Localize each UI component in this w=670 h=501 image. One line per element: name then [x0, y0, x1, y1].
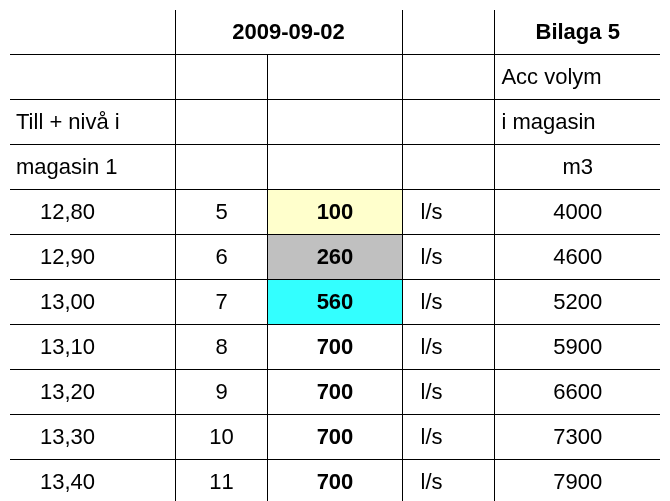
- cell: [175, 145, 268, 190]
- data-table: 2009-09-02 Bilaga 5 Acc volym Till + niv…: [10, 10, 660, 501]
- acc-volym-cell: 7300: [495, 415, 660, 460]
- header-row: 2009-09-02 Bilaga 5: [10, 10, 660, 55]
- unit-cell: l/s: [402, 415, 495, 460]
- level-cell: 13,00: [10, 280, 175, 325]
- subheader-row-2: Till + nivå i i magasin: [10, 100, 660, 145]
- index-cell: 7: [175, 280, 268, 325]
- unit-cell: l/s: [402, 325, 495, 370]
- level-cell: 13,40: [10, 460, 175, 502]
- level-cell: 13,20: [10, 370, 175, 415]
- flow-cell: 260: [268, 235, 402, 280]
- flow-cell: 700: [268, 415, 402, 460]
- unit-cell: l/s: [402, 370, 495, 415]
- index-cell: 8: [175, 325, 268, 370]
- table-row: 13,4011700l/s7900: [10, 460, 660, 502]
- index-cell: 11: [175, 460, 268, 502]
- flow-cell: 700: [268, 460, 402, 502]
- magasin1-label: magasin 1: [10, 145, 175, 190]
- unit-cell: l/s: [402, 460, 495, 502]
- acc-volym-cell: 7900: [495, 460, 660, 502]
- header-bilaga: Bilaga 5: [495, 10, 660, 55]
- table-row: 13,108700l/s5900: [10, 325, 660, 370]
- flow-cell: 700: [268, 370, 402, 415]
- acc-volym-cell: 6600: [495, 370, 660, 415]
- cell: [10, 55, 175, 100]
- subheader-row-1: Acc volym: [10, 55, 660, 100]
- cell: [175, 55, 268, 100]
- header-date: 2009-09-02: [175, 10, 402, 55]
- table-row: 13,209700l/s6600: [10, 370, 660, 415]
- header-blank: [10, 10, 175, 55]
- table-row: 13,007560l/s5200: [10, 280, 660, 325]
- subheader-row-3: magasin 1 m3: [10, 145, 660, 190]
- cell: [268, 100, 402, 145]
- i-magasin-label: i magasin: [495, 100, 660, 145]
- level-cell: 12,80: [10, 190, 175, 235]
- acc-volym-cell: 4000: [495, 190, 660, 235]
- cell: [268, 145, 402, 190]
- unit-cell: l/s: [402, 190, 495, 235]
- acc-volym-label: Acc volym: [495, 55, 660, 100]
- level-cell: 13,10: [10, 325, 175, 370]
- index-cell: 9: [175, 370, 268, 415]
- table-row: 12,906260l/s4600: [10, 235, 660, 280]
- cell: [402, 100, 495, 145]
- acc-volym-cell: 5900: [495, 325, 660, 370]
- acc-volym-cell: 4600: [495, 235, 660, 280]
- flow-cell: 560: [268, 280, 402, 325]
- cell: [402, 145, 495, 190]
- cell: [402, 55, 495, 100]
- table-row: 12,805100l/s4000: [10, 190, 660, 235]
- index-cell: 10: [175, 415, 268, 460]
- flow-cell: 100: [268, 190, 402, 235]
- index-cell: 6: [175, 235, 268, 280]
- till-niva-label: Till + nivå i: [10, 100, 175, 145]
- m3-label: m3: [495, 145, 660, 190]
- level-cell: 13,30: [10, 415, 175, 460]
- acc-volym-cell: 5200: [495, 280, 660, 325]
- flow-cell: 700: [268, 325, 402, 370]
- unit-cell: l/s: [402, 280, 495, 325]
- unit-cell: l/s: [402, 235, 495, 280]
- header-blank-2: [402, 10, 495, 55]
- level-cell: 12,90: [10, 235, 175, 280]
- cell: [175, 100, 268, 145]
- cell: [268, 55, 402, 100]
- table-row: 13,3010700l/s7300: [10, 415, 660, 460]
- index-cell: 5: [175, 190, 268, 235]
